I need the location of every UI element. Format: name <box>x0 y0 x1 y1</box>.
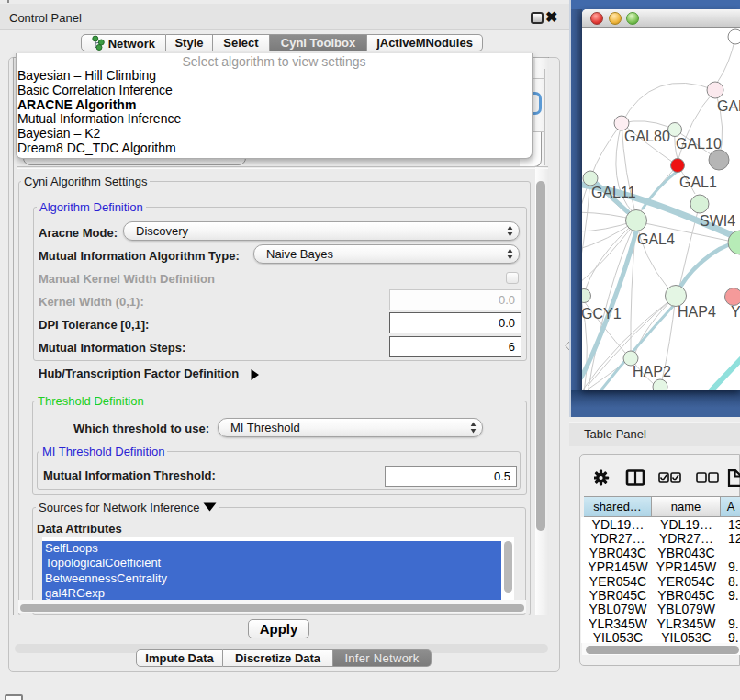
svg-text:HAP2: HAP2 <box>633 364 671 379</box>
svg-text:GAL10: GAL10 <box>676 136 722 152</box>
svg-text:HAP4: HAP4 <box>678 304 716 320</box>
svg-text:GAL: GAL <box>717 98 740 114</box>
svg-text:GCY1: GCY1 <box>582 306 622 322</box>
svg-text:GAL80: GAL80 <box>624 129 670 144</box>
svg-text:Y: Y <box>731 304 740 320</box>
svg-text:GAL4: GAL4 <box>637 231 675 247</box>
svg-text:SWI4: SWI4 <box>700 213 735 229</box>
svg-text:GAL11: GAL11 <box>591 185 636 200</box>
svg-text:GAL1: GAL1 <box>679 175 717 190</box>
